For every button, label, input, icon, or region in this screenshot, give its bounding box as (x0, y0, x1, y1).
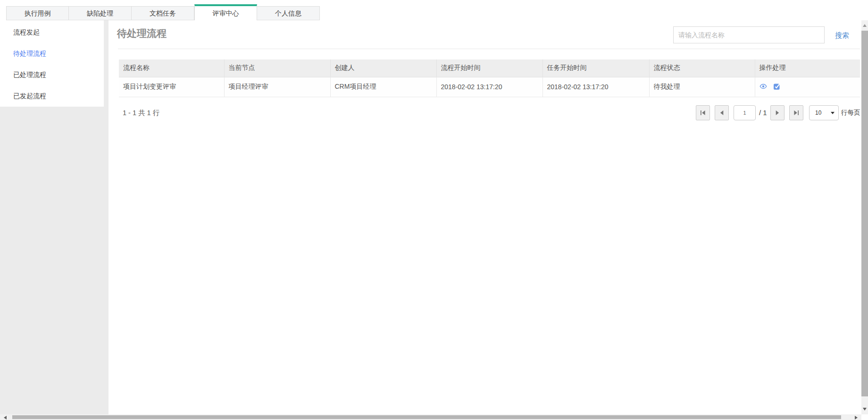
first-page-button[interactable] (696, 105, 710, 120)
scroll-right-icon[interactable] (855, 416, 858, 420)
rows-per-page-label: 行每页 (841, 105, 860, 120)
vertical-scrollbar-thumb[interactable] (861, 31, 868, 396)
search-button[interactable]: 搜索 (828, 26, 856, 43)
cell-process-name: 项目计划变更评审 (119, 77, 224, 97)
cell-actions (755, 77, 860, 97)
scrollbar-corner (861, 414, 868, 420)
sidebar-item-start-process[interactable]: 流程发起 (0, 22, 104, 43)
page-title: 待处理流程 (117, 27, 167, 40)
table-row: 项目计划变更评审 项目经理评审 CRM项目经理 2018-02-02 13:17… (119, 77, 860, 97)
table-header-row: 流程名称 当前节点 创建人 流程开始时间 任务开始时间 流程状态 操作处理 (119, 59, 860, 77)
top-tab-bar: 执行用例 缺陷处理 文档任务 评审中心 个人信息 (6, 4, 320, 20)
column-header-creator: 创建人 (330, 59, 436, 77)
sidebar-item-pending-processes[interactable]: 待处理流程 (0, 43, 104, 64)
title-divider (118, 49, 860, 49)
page-total-label: / 1 (759, 105, 767, 120)
cell-process-status: 待我处理 (649, 77, 755, 97)
main-content: 待处理流程 搜索 流程名称 当前节点 创建人 流程开始时间 任务开始时间 流程状… (108, 20, 861, 414)
sidebar-item-processed-processes[interactable]: 已处理流程 (0, 64, 104, 85)
previous-page-button[interactable] (715, 105, 729, 120)
last-page-icon (793, 110, 799, 116)
process-table: 流程名称 当前节点 创建人 流程开始时间 任务开始时间 流程状态 操作处理 项目… (119, 59, 860, 97)
scroll-left-icon[interactable] (4, 416, 7, 420)
column-header-current-node: 当前节点 (224, 59, 330, 77)
cell-process-start-time: 2018-02-02 13:17:20 (436, 77, 542, 97)
next-page-icon (775, 110, 780, 116)
page-number-input[interactable] (734, 105, 756, 120)
vertical-scrollbar[interactable] (861, 20, 868, 414)
tab-document-tasks[interactable]: 文档任务 (132, 6, 194, 20)
column-header-process-start-time: 流程开始时间 (436, 59, 542, 77)
last-page-button[interactable] (789, 105, 803, 120)
column-header-process-status: 流程状态 (649, 59, 755, 77)
check-square-icon[interactable] (773, 83, 781, 92)
chevron-down-icon (831, 112, 835, 114)
tab-defect-handling[interactable]: 缺陷处理 (69, 6, 132, 20)
cell-current-node: 项目经理评审 (224, 77, 330, 97)
cell-task-start-time: 2018-02-02 13:17:20 (542, 77, 649, 97)
previous-page-icon (719, 110, 725, 116)
scroll-down-icon[interactable] (863, 408, 867, 411)
page-size-select[interactable]: 10 (809, 105, 839, 120)
tab-review-center[interactable]: 评审中心 (194, 4, 257, 20)
cell-creator: CRM项目经理 (330, 77, 436, 97)
horizontal-scrollbar[interactable] (0, 414, 861, 420)
eye-icon[interactable] (760, 83, 767, 92)
search-input[interactable] (673, 26, 825, 43)
page-size-value: 10 (815, 106, 821, 120)
horizontal-scrollbar-thumb[interactable] (12, 415, 841, 419)
column-header-actions: 操作处理 (755, 59, 860, 77)
sidebar: 流程发起 待处理流程 已处理流程 已发起流程 (0, 20, 108, 414)
tab-execute-cases[interactable]: 执行用例 (6, 6, 69, 20)
column-header-process-name: 流程名称 (119, 59, 224, 77)
next-page-button[interactable] (770, 105, 785, 120)
first-page-icon (700, 110, 706, 116)
tab-personal-info[interactable]: 个人信息 (257, 6, 320, 20)
scroll-up-icon[interactable] (863, 24, 867, 27)
pagination-summary: 1 - 1 共 1 行 (123, 108, 159, 118)
column-header-task-start-time: 任务开始时间 (542, 59, 649, 77)
sidebar-item-initiated-processes[interactable]: 已发起流程 (0, 85, 104, 107)
sidebar-menu: 流程发起 待处理流程 已处理流程 已发起流程 (0, 20, 104, 107)
